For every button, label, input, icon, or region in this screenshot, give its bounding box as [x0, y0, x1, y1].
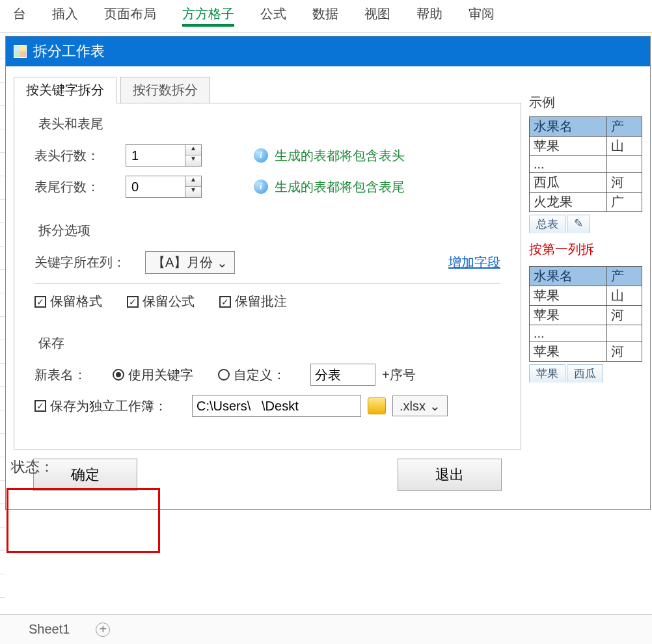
save-path-input[interactable] — [192, 395, 361, 417]
ribbon-tab-active[interactable]: 方方格子 — [182, 4, 234, 27]
ribbon-tab[interactable]: 视图 — [364, 4, 390, 27]
ex2-cell: ... — [530, 325, 607, 342]
spin-up-icon[interactable]: ▲ — [185, 176, 201, 187]
example-panel: 示例 水果名产 苹果山 ... 西瓜河 火龙果广 总表 ✎ 按第一列拆 水果名产… — [529, 77, 642, 504]
save-group: 保存 新表名： 使用关键字 自定义： +序号 ✓保存为独立工作簿： .xlsx — [27, 334, 508, 436]
spin-down-icon[interactable]: ▼ — [185, 187, 201, 197]
add-sheet-icon[interactable]: + — [96, 623, 110, 637]
example-table-2: 水果名产 苹果山 苹果河 ... 苹果河 — [529, 266, 642, 362]
chevron-down-icon: ⌄ — [217, 255, 228, 271]
ex2-cell: 苹果 — [530, 286, 607, 306]
ex2-cell — [607, 325, 642, 342]
custom-label: 自定义： — [234, 366, 286, 384]
ribbon-tab[interactable]: 审阅 — [469, 4, 495, 27]
tab-split-by-rows[interactable]: 按行数拆分 — [120, 77, 210, 103]
workbook-sheet-tab[interactable]: Sheet1 — [29, 622, 70, 637]
header-rows-spinner[interactable]: ▲▼ — [126, 144, 202, 167]
tab-split-by-keyword[interactable]: 按关键字拆分 — [14, 77, 116, 103]
ex2-cell: 山 — [607, 286, 642, 306]
example-sheet-tab[interactable]: 苹果 — [529, 364, 565, 382]
ex1-hdr: 水果名 — [530, 117, 607, 137]
ribbon-tab[interactable]: 数据 — [312, 4, 338, 27]
keep-formula-label: 保留公式 — [143, 293, 195, 310]
folder-icon[interactable] — [368, 397, 386, 414]
header-rows-label: 表头行数： — [34, 147, 119, 165]
extension-select[interactable]: .xlsx ⌄ — [392, 396, 448, 416]
suffix-label: +序号 — [382, 366, 416, 384]
header-footer-group: 表头和表尾 表头行数： ▲▼ i 生成的表都将包含表头 表尾行数： — [27, 115, 508, 217]
chevron-down-icon: ⌄ — [429, 398, 441, 414]
save-as-workbook-checkbox[interactable]: ✓保存为独立工作簿： — [34, 397, 167, 415]
custom-radio[interactable]: 自定义： — [218, 366, 286, 384]
custom-name-input[interactable] — [310, 364, 375, 386]
ex2-hdr: 产 — [607, 267, 642, 286]
key-column-value: 【A】月份 — [152, 254, 213, 271]
footer-rows-label: 表尾行数： — [34, 178, 119, 196]
ex1-cell: ... — [530, 156, 607, 173]
dialog-title: 拆分工作表 — [33, 42, 105, 61]
header-footer-legend: 表头和表尾 — [34, 115, 107, 133]
split-options-legend: 拆分选项 — [34, 222, 94, 239]
key-column-label: 关键字所在列： — [34, 254, 139, 271]
row-gutter — [0, 36, 5, 614]
keep-format-checkbox[interactable]: ✓保留格式 — [34, 293, 102, 310]
ex1-cell: 河 — [607, 173, 642, 193]
footer-rows-spinner[interactable]: ▲▼ — [126, 176, 202, 198]
ribbon-tab[interactable]: 公式 — [260, 4, 286, 27]
ex1-cell: 山 — [607, 137, 642, 156]
ex2-cell: 河 — [607, 306, 642, 325]
example-sheet-tab[interactable]: 西瓜 — [567, 364, 603, 382]
keep-comment-checkbox[interactable]: ✓保留批注 — [219, 293, 287, 310]
spin-up-icon[interactable]: ▲ — [185, 145, 201, 155]
dialog-titlebar[interactable]: 拆分工作表 — [6, 36, 650, 66]
header-note: 生成的表都将包含表头 — [275, 147, 405, 165]
example-sheet-tab[interactable]: 总表 — [529, 215, 565, 233]
example-title: 示例 — [529, 94, 642, 111]
ex1-cell: 火龙果 — [530, 193, 607, 212]
dialog-tabs: 按关键字拆分 按行数拆分 — [14, 77, 521, 103]
example-red-note: 按第一列拆 — [529, 241, 642, 258]
ribbon-tab[interactable]: 台 — [13, 4, 26, 27]
use-keyword-label: 使用关键字 — [128, 366, 193, 384]
ex2-cell: 苹果 — [530, 342, 607, 362]
ex1-cell: 西瓜 — [530, 173, 607, 193]
ex2-hdr: 水果名 — [530, 267, 607, 286]
info-icon: i — [254, 148, 268, 163]
use-keyword-radio[interactable]: 使用关键字 — [113, 366, 193, 384]
keep-comment-label: 保留批注 — [235, 293, 287, 310]
footer-note: 生成的表都将包含表尾 — [275, 178, 405, 196]
extension-value: .xlsx — [400, 399, 426, 414]
split-worksheet-dialog: 拆分工作表 按关键字拆分 按行数拆分 表头和表尾 表头行数： ▲▼ — [5, 36, 651, 510]
ex1-hdr: 产 — [607, 117, 642, 137]
header-rows-input[interactable] — [126, 145, 185, 166]
info-icon: i — [254, 180, 268, 194]
dialog-buttons: 确定 退出 — [14, 449, 521, 504]
split-options-group: 拆分选项 关键字所在列： 【A】月份 ⌄ 增加字段 ✓保留格式 ✓保留公式 — [27, 222, 508, 329]
example-table-1: 水果名产 苹果山 ... 西瓜河 火龙果广 — [529, 116, 642, 212]
save-legend: 保存 — [34, 334, 68, 352]
exit-button[interactable]: 退出 — [398, 459, 502, 491]
workbook-sheet-strip: Sheet1 + — [0, 614, 652, 644]
ribbon-tab[interactable]: 页面布局 — [104, 4, 156, 27]
ex1-cell: 苹果 — [530, 137, 607, 156]
ribbon-tab[interactable]: 插入 — [52, 4, 78, 27]
save-as-workbook-label: 保存为独立工作簿： — [50, 397, 167, 415]
ribbon: 台 插入 页面布局 方方格子 公式 数据 视图 帮助 审阅 — [0, 0, 652, 33]
ex2-cell: 河 — [607, 342, 642, 362]
divider — [34, 283, 500, 284]
ex1-cell — [607, 156, 642, 173]
ribbon-tab[interactable]: 帮助 — [416, 4, 442, 27]
footer-rows-input[interactable] — [126, 176, 185, 197]
ex2-cell: 苹果 — [530, 306, 607, 325]
new-name-label: 新表名： — [34, 366, 106, 384]
keep-format-label: 保留格式 — [50, 293, 102, 310]
spin-down-icon[interactable]: ▼ — [185, 155, 201, 166]
window-icon — [14, 45, 27, 58]
add-field-link[interactable]: 增加字段 — [448, 254, 500, 271]
status-label: 状态： — [11, 457, 54, 477]
ex1-cell: 广 — [607, 193, 642, 212]
keep-formula-checkbox[interactable]: ✓保留公式 — [127, 293, 195, 310]
example-sheet-tab-icon[interactable]: ✎ — [567, 215, 590, 233]
tab-page: 表头和表尾 表头行数： ▲▼ i 生成的表都将包含表头 表尾行数： — [14, 103, 521, 449]
key-column-select[interactable]: 【A】月份 ⌄ — [145, 251, 235, 274]
